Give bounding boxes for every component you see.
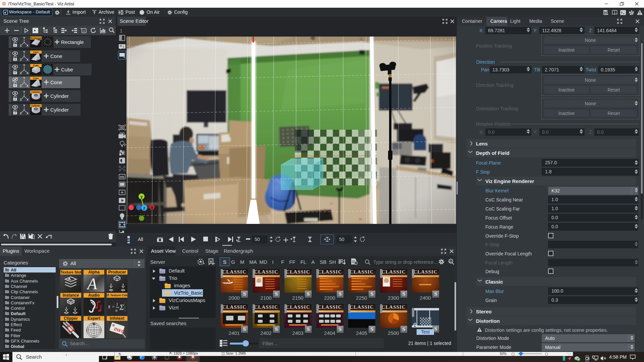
svg-text:i: i — [123, 45, 124, 49]
svg-text:x: x — [151, 205, 153, 210]
svg-text:HS: HS — [120, 175, 124, 179]
svg-text:z: z — [143, 206, 145, 210]
svg-text:Cone: Cone — [50, 53, 62, 59]
svg-text:n: n — [115, 308, 117, 313]
svg-text:Cylinder: Cylinder — [50, 107, 69, 113]
svg-text:b: b — [124, 308, 126, 312]
svg-text:Cylinder: Cylinder — [31, 105, 41, 107]
svg-text:G: G — [83, 29, 85, 33]
svg-text:x̄ =: x̄ = — [108, 304, 115, 309]
svg-text:A: A — [86, 275, 97, 292]
svg-text:y: y — [141, 194, 143, 199]
svg-text:Rectangle: Rectangle — [30, 37, 42, 40]
svg-text:Cube: Cube — [33, 64, 39, 67]
svg-text:Cylinder: Cylinder — [50, 93, 69, 99]
svg-text:Cone: Cone — [50, 79, 62, 85]
svg-text:Rectangle: Rectangle — [61, 39, 84, 45]
svg-text:1: 1 — [116, 302, 118, 307]
svg-text:Cone: Cone — [33, 77, 39, 79]
svg-text:Cube: Cube — [61, 67, 73, 72]
svg-text:Σ: Σ — [119, 303, 124, 311]
svg-text:Cylinder: Cylinder — [31, 91, 41, 94]
svg-text:Cone: Cone — [33, 51, 39, 53]
